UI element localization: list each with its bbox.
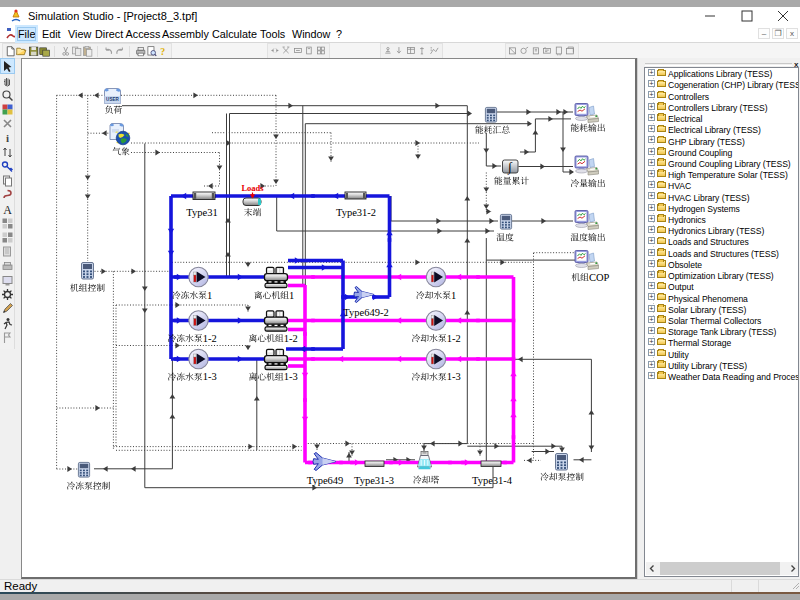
svg-text:?: ? — [161, 46, 166, 57]
svg-text:i: i — [6, 132, 9, 144]
svg-text:1: 1 — [451, 290, 456, 301]
svg-text:COP: COP — [589, 272, 610, 283]
svg-text:Loads: Loads — [241, 183, 264, 193]
svg-text:Type31-3: Type31-3 — [354, 475, 394, 486]
svg-text:Type31: Type31 — [186, 207, 217, 218]
svg-text:1-2: 1-2 — [284, 333, 298, 344]
svg-text:1-3: 1-3 — [203, 371, 217, 382]
svg-text:1-3: 1-3 — [284, 371, 298, 382]
svg-text:1-3: 1-3 — [447, 371, 461, 382]
svg-text:1-2: 1-2 — [203, 333, 217, 344]
svg-text:1-2: 1-2 — [447, 333, 461, 344]
svg-text:A: A — [3, 203, 12, 216]
svg-text:Type31-2: Type31-2 — [336, 207, 376, 218]
svg-text:1: 1 — [289, 290, 294, 301]
svg-text:Type649-2: Type649-2 — [343, 307, 388, 318]
svg-text:Type649: Type649 — [307, 475, 344, 486]
svg-text:1: 1 — [207, 290, 212, 301]
svg-text:Type31-4: Type31-4 — [472, 475, 513, 486]
